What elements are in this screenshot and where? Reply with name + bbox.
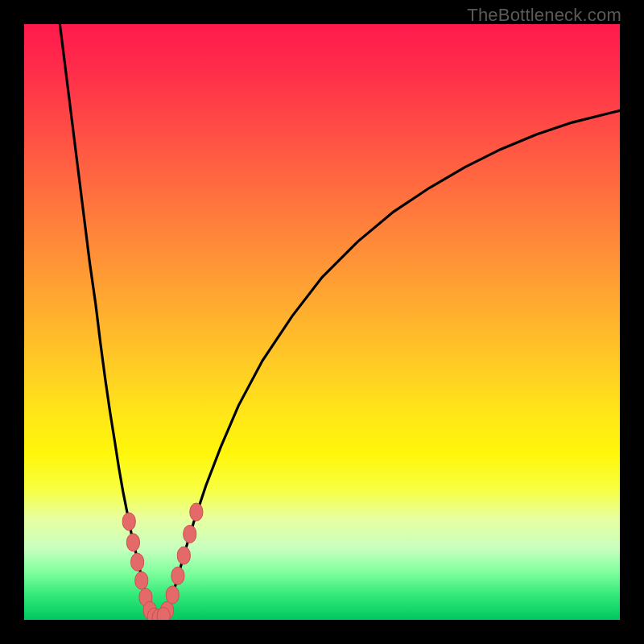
bead <box>131 553 144 571</box>
bead <box>122 513 135 530</box>
bead <box>177 547 190 564</box>
plot-area <box>24 24 620 620</box>
watermark-text: TheBottleneck.com <box>467 5 621 26</box>
bead <box>126 534 139 551</box>
bottleneck-curve <box>60 24 620 618</box>
bead <box>190 503 203 521</box>
beads-group <box>122 503 203 620</box>
chart-svg <box>24 24 620 620</box>
bead <box>184 525 196 543</box>
bead <box>171 567 184 584</box>
bead <box>157 608 170 620</box>
chart-frame: TheBottleneck.com <box>0 0 644 644</box>
bead <box>135 572 148 589</box>
bead <box>166 586 179 604</box>
